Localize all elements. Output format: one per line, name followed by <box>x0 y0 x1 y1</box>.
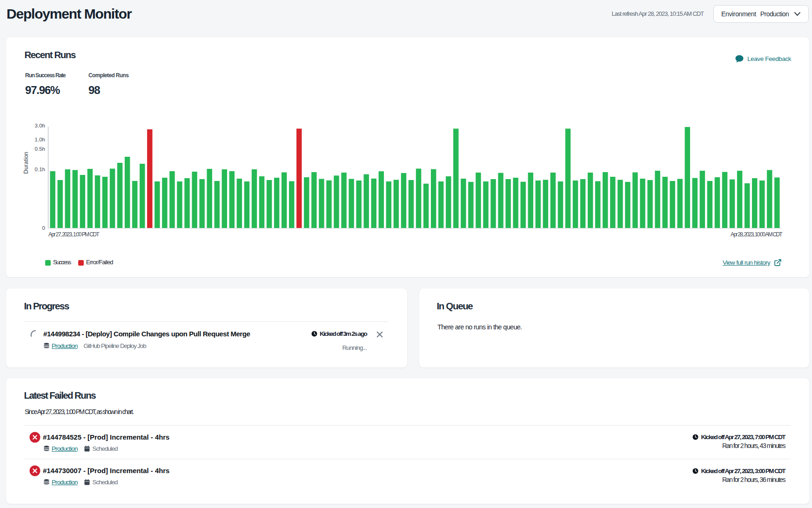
svg-text:0.1h: 0.1h <box>35 167 45 172</box>
svg-text:0.5h: 0.5h <box>35 146 45 152</box>
svg-text:0: 0 <box>42 225 45 231</box>
svg-text:Duration: Duration <box>23 152 29 174</box>
svg-text:1.0h: 1.0h <box>35 137 45 142</box>
svg-text:Apr 27, 2023, 1:00 PM CDT: Apr 27, 2023, 1:00 PM CDT <box>48 231 100 238</box>
svg-text:3.0h: 3.0h <box>35 123 45 128</box>
svg-text:Apr 28, 2023, 10:00 AM CDT: Apr 28, 2023, 10:00 AM CDT <box>731 231 783 238</box>
